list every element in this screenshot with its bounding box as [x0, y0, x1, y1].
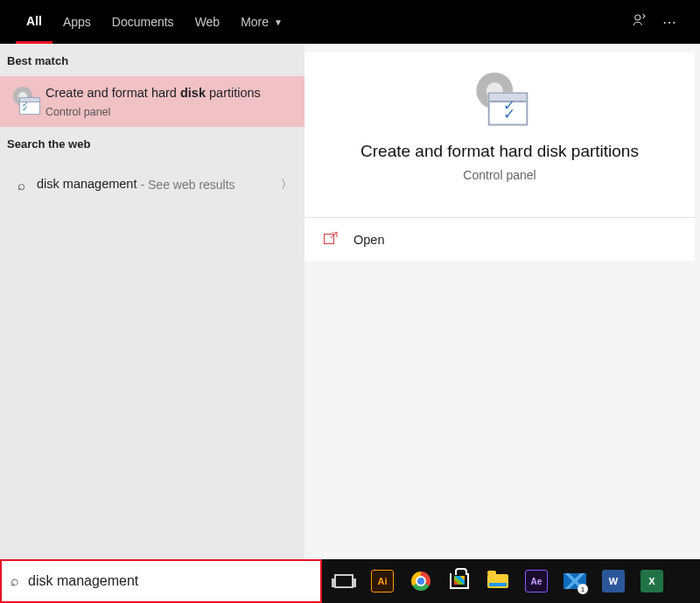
taskbar-app-mail[interactable]: 1 [560, 566, 590, 596]
tab-more-label: More [241, 15, 269, 29]
results-area: Best match ✓✓ Create and format hard dis… [0, 44, 700, 559]
taskbar: Ai Ae 1 W X [322, 559, 700, 603]
taskbar-app-chrome[interactable] [406, 566, 436, 596]
best-match-title: Create and format hard disk partitions [46, 85, 261, 102]
section-best-match: Best match [0, 44, 304, 76]
chevron-right-icon: 〉 [281, 177, 292, 193]
taskbar-app-aftereffects[interactable]: Ae [522, 566, 551, 596]
tab-more[interactable]: More ▼ [230, 0, 293, 44]
tab-apps[interactable]: Apps [52, 0, 102, 44]
taskbar-app-store[interactable] [444, 566, 474, 596]
results-list: Best match ✓✓ Create and format hard dis… [0, 44, 304, 559]
search-icon: ⌕ [9, 168, 33, 201]
best-match-subtitle: Control panel [46, 106, 261, 118]
taskbar-app-word[interactable]: W [598, 566, 628, 596]
bottom-bar: ⌕ Ai Ae 1 W X [0, 559, 700, 603]
open-action[interactable]: Open [304, 218, 695, 261]
taskbar-app-illustrator[interactable]: Ai [368, 566, 397, 596]
tab-documents[interactable]: Documents [102, 0, 185, 44]
chevron-down-icon: ▼ [274, 18, 283, 27]
search-icon: ⌕ [10, 573, 19, 589]
open-icon [324, 232, 340, 247]
taskbar-app-explorer[interactable] [483, 566, 513, 596]
web-result-query: disk management [37, 176, 136, 193]
mail-badge: 1 [578, 584, 588, 594]
section-search-web: Search the web [0, 127, 304, 159]
svg-rect-1 [325, 235, 334, 244]
search-input[interactable] [28, 573, 312, 589]
tab-all[interactable]: All [16, 0, 52, 44]
search-scope-tabbar: All Apps Documents Web More ▼ ⋯ [0, 0, 700, 44]
best-match-result[interactable]: ✓✓ Create and format hard disk partition… [0, 76, 304, 127]
search-box[interactable]: ⌕ [0, 559, 322, 603]
preview-subtitle: Control panel [326, 168, 674, 182]
more-options-icon[interactable]: ⋯ [654, 14, 684, 31]
control-panel-icon: ✓✓ [9, 85, 42, 118]
result-preview-pane: ✓✓ Create and format hard disk partition… [304, 44, 700, 559]
preview-title: Create and format hard disk partitions [326, 142, 674, 161]
taskbar-app-excel[interactable]: X [637, 566, 667, 596]
control-panel-icon: ✓✓ [472, 76, 528, 126]
web-result-hint: - See web results [140, 178, 234, 192]
preview-card: ✓✓ Create and format hard disk partition… [304, 53, 695, 218]
feedback-icon[interactable] [625, 12, 654, 32]
svg-point-0 [635, 15, 640, 20]
tab-web[interactable]: Web [185, 0, 231, 44]
task-view-icon[interactable] [329, 566, 359, 596]
open-label: Open [354, 233, 384, 247]
web-result[interactable]: ⌕ disk management - See web results 〉 [0, 159, 304, 210]
